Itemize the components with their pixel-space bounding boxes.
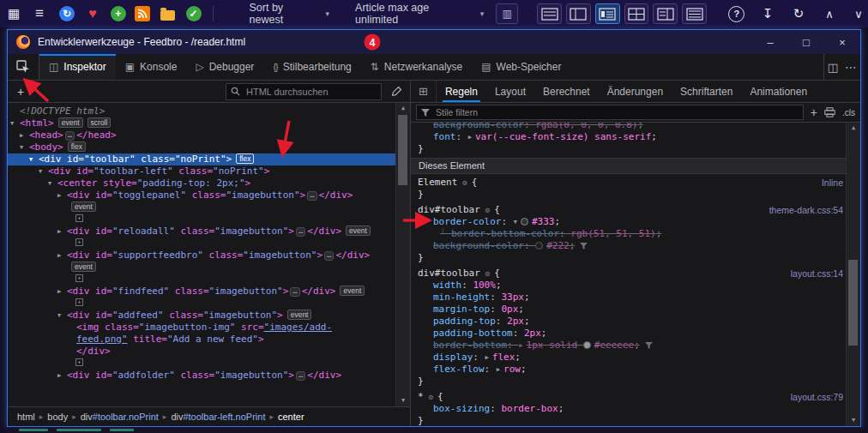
split-console-icon[interactable]: ◫: [828, 61, 838, 74]
scroll-down-arrow[interactable]: ▼: [847, 415, 860, 426]
expand-toggle-icon[interactable]: ▼: [20, 141, 29, 153]
tab-berechnet[interactable]: Berechnet: [534, 81, 599, 102]
node-marker-icon[interactable]: [75, 238, 83, 246]
next-article-button[interactable]: ∨: [849, 4, 868, 23]
add-rule-button[interactable]: +: [811, 105, 817, 119]
print-simulation-button[interactable]: [824, 107, 835, 117]
property-name[interactable]: border-color: [433, 216, 501, 227]
rule-selector[interactable]: div#toolbar: [418, 268, 480, 280]
scroll-thumb[interactable]: [848, 260, 858, 346]
css-property[interactable]: box-sizing: border-box;: [418, 403, 843, 415]
property-value[interactable]: 0px: [501, 304, 518, 315]
property-name[interactable]: background-color: [433, 240, 524, 251]
stylesheet-source-link[interactable]: theme-dark.css:54: [769, 204, 843, 216]
css-property[interactable]: width: 100%;: [418, 280, 843, 292]
scroll-down-arrow[interactable]: ▼: [396, 395, 410, 406]
tab-debugger[interactable]: ▷Debugger: [186, 54, 263, 80]
breadcrumb-item-toolbar[interactable]: div#toolbar.noPrint: [77, 412, 162, 422]
add-feed-button[interactable]: +: [111, 6, 126, 21]
property-name[interactable]: border-bottom: [433, 340, 507, 351]
css-property[interactable]: └ border-bottom-color: rgb(51, 51, 51);: [418, 228, 843, 240]
css-property[interactable]: border-color: ▼#333;: [418, 216, 843, 228]
css-property[interactable]: min-height: 33px;: [418, 292, 843, 304]
tab-inspektor[interactable]: ◫Inspektor: [39, 54, 116, 80]
markup-badge[interactable]: event: [71, 201, 96, 212]
property-value[interactable]: 2px: [507, 316, 524, 327]
inline-ellipsis[interactable]: …: [65, 131, 75, 141]
mark-all-read-button[interactable]: ✓: [186, 6, 202, 21]
grid-menu-icon[interactable]: ▦: [4, 4, 23, 23]
markup-scrollbar[interactable]: ▲ ▼: [395, 103, 410, 406]
markup-badge[interactable]: event: [346, 226, 371, 236]
markup-badge[interactable]: scroll: [87, 117, 112, 128]
maximize-button[interactable]: □: [788, 30, 824, 54]
property-name[interactable]: padding-top: [433, 316, 496, 327]
stylesheet-source-link[interactable]: Inline: [822, 177, 843, 189]
expand-toggle-icon[interactable]: ▶: [57, 226, 67, 238]
view-layout-4-button[interactable]: [624, 3, 649, 24]
pick-element-button[interactable]: [8, 54, 39, 80]
tab-regeln[interactable]: Regeln: [437, 81, 486, 102]
breadcrumb-item-center[interactable]: center: [274, 412, 308, 422]
view-layout-3-button[interactable]: [595, 3, 620, 24]
style-filter-box[interactable]: [416, 105, 804, 120]
close-button[interactable]: ×: [824, 30, 860, 54]
expand-toggle-icon[interactable]: ▶: [57, 250, 67, 262]
markup-row[interactable]: ▼<center style="padding-top: 2px;">: [8, 177, 396, 189]
rules-view[interactable]: background-color: rgba(0, 0, 0, 0.8);fon…: [411, 123, 860, 426]
inline-ellipsis[interactable]: …: [290, 287, 299, 297]
expand-toggle-icon[interactable]: ▶: [57, 286, 67, 298]
markup-row[interactable]: [8, 213, 396, 226]
css-property[interactable]: font: ▶var(--cue-font-size) sans-serif;: [418, 131, 843, 143]
rule-selector[interactable]: Element: [418, 177, 457, 189]
inline-ellipsis[interactable]: …: [324, 251, 334, 261]
markup-badge[interactable]: event: [287, 310, 312, 320]
markup-row[interactable]: ▼<body>flex: [8, 141, 396, 153]
css-property[interactable]: display: ▶flex;: [418, 352, 843, 364]
markup-row[interactable]: ▶<div id="supportfeedbro" class="imagebu…: [8, 250, 396, 262]
view-layout-1-button[interactable]: [537, 3, 562, 24]
view-layout-2-button[interactable]: [566, 3, 591, 24]
hamburger-menu-icon[interactable]: ≡: [30, 4, 49, 23]
style-filter-input[interactable]: [434, 106, 799, 118]
markup-row[interactable]: [8, 358, 396, 370]
stylesheet-source-link[interactable]: layout.css:79: [791, 391, 843, 403]
computed-expander-icon[interactable]: ▶: [468, 131, 472, 143]
overridden-filter-icon[interactable]: [580, 243, 588, 250]
property-value[interactable]: 33px: [501, 292, 524, 303]
property-name[interactable]: background-color: [433, 123, 524, 130]
class-toggle-button[interactable]: .cls: [842, 108, 855, 117]
markup-row[interactable]: ▶<head>…</head>: [8, 129, 396, 141]
markup-row[interactable]: feed.png" title="Add a new feed">: [8, 334, 396, 346]
expand-toggle-icon[interactable]: ▼: [39, 165, 48, 177]
css-property[interactable]: background-color: rgba(0, 0, 0, 0.8);: [418, 123, 843, 131]
tab-konsole[interactable]: ▣Konsole: [116, 54, 187, 80]
tab-aenderungen[interactable]: Änderungen: [599, 81, 672, 102]
css-property[interactable]: margin-top: 0px;: [418, 304, 843, 316]
selector-highlighter-icon[interactable]: ⚙: [429, 391, 433, 403]
stylesheet-source-link[interactable]: layout.css:14: [791, 268, 843, 280]
view-layout-5-button[interactable]: [653, 3, 678, 24]
property-name[interactable]: width: [433, 280, 461, 291]
node-marker-icon[interactable]: [75, 358, 83, 366]
inline-ellipsis[interactable]: …: [307, 191, 316, 201]
tab-netzwerkanalyse[interactable]: ⇅Netzwerkanalyse: [361, 54, 472, 80]
markup-row[interactable]: ▼<html>eventscroll: [8, 117, 396, 129]
expand-toggle-icon[interactable]: ▼: [29, 153, 39, 165]
css-property[interactable]: border-bottom: ▶1px solid #eeeeee;: [418, 340, 843, 352]
tab-animationen[interactable]: Animationen: [741, 81, 816, 102]
node-marker-icon[interactable]: [75, 298, 83, 306]
rule-selector[interactable]: *: [418, 391, 424, 403]
expand-toggle-icon[interactable]: ▶: [57, 189, 67, 201]
markup-row[interactable]: <!DOCTYPE html>: [8, 105, 396, 117]
article-age-dropdown[interactable]: Article max age unlimited ▾: [355, 2, 484, 26]
markup-row[interactable]: [8, 298, 396, 310]
markup-row[interactable]: ▼<div id="toolbar-left" class="noPrint">: [8, 165, 396, 177]
markup-badge[interactable]: flex: [236, 153, 254, 164]
breadcrumb-item-body[interactable]: body: [44, 412, 71, 422]
rules-scrollbar[interactable]: ▲ ▼: [846, 123, 860, 426]
add-node-button[interactable]: +: [12, 85, 29, 99]
rule-selector[interactable]: div#toolbar: [418, 204, 480, 216]
scroll-thumb[interactable]: [398, 115, 407, 185]
property-value[interactable]: #eeeeee: [594, 340, 634, 351]
